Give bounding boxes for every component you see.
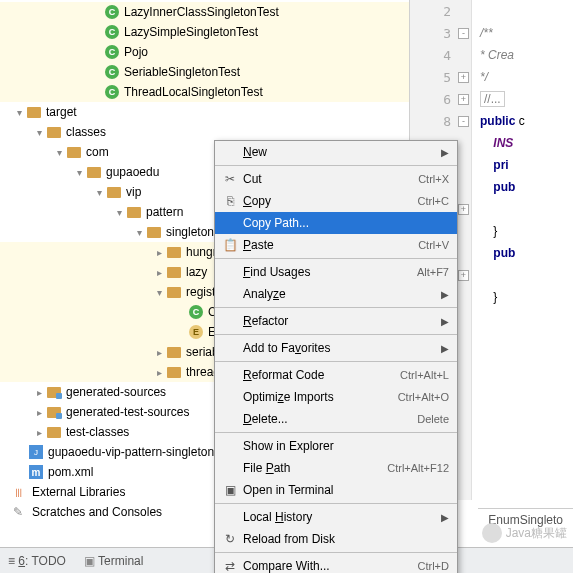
menu-item-compare-with[interactable]: ⇄Compare With...Ctrl+D [215,555,457,573]
menu-item-label: Reload from Disk [239,532,449,546]
menu-item-copy-path[interactable]: Copy Path... [215,212,457,234]
menu-item-cut[interactable]: ✂CutCtrl+X [215,168,457,190]
fold-icon[interactable]: - [458,28,469,39]
menu-item-paste[interactable]: 📋PasteCtrl+V [215,234,457,256]
tree-arrow-icon[interactable]: ▾ [154,287,164,298]
submenu-arrow-icon: ▶ [441,289,449,300]
terminal-tool-button[interactable]: ▣ Terminal [84,554,143,568]
menu-item-shortcut: Ctrl+Alt+O [398,391,449,403]
tree-item[interactable]: CThreadLocalSingletonTest [0,82,409,102]
code-line: pri [493,158,508,172]
fold-icon[interactable]: - [458,116,469,127]
tree-arrow-icon[interactable]: ▾ [94,187,104,198]
tree-arrow-icon[interactable]: ▸ [154,367,164,378]
menu-item-open-in-terminal[interactable]: ▣Open in Terminal [215,479,457,501]
tree-arrow-icon[interactable]: ▾ [134,227,144,238]
menu-item-shortcut: Delete [417,413,449,425]
tree-arrow-icon[interactable]: ▸ [154,247,164,258]
menu-item-local-history[interactable]: Local History▶ [215,506,457,528]
tree-item-label: External Libraries [32,485,125,499]
menu-item-optimize-imports[interactable]: Optimize ImportsCtrl+Alt+O [215,386,457,408]
tree-arrow-icon[interactable]: ▸ [34,387,44,398]
submenu-arrow-icon: ▶ [441,343,449,354]
menu-item-icon: 📋 [221,238,239,252]
menu-separator [215,503,457,504]
tree-item[interactable]: CPojo [0,42,409,62]
menu-item-label: Refactor [239,314,441,328]
fold-icon[interactable]: + [458,94,469,105]
gutter-line: 2 [410,0,471,22]
menu-item-copy[interactable]: ⎘CopyCtrl+C [215,190,457,212]
tree-arrow-icon[interactable]: ▸ [154,347,164,358]
todo-tool-button[interactable]: ≡ 6: TODO [8,554,66,568]
tree-item-label: generated-sources [66,385,166,399]
folder-icon [66,144,82,160]
menu-item-reload-from-disk[interactable]: ↻Reload from Disk [215,528,457,550]
tree-item-label: lazy [186,265,207,279]
menu-item-label: New [239,145,441,159]
menu-item-shortcut: Ctrl+X [418,173,449,185]
menu-item-label: Copy Path... [239,216,449,230]
tree-arrow-icon[interactable]: ▸ [34,427,44,438]
menu-item-file-path[interactable]: File PathCtrl+Alt+F12 [215,457,457,479]
tree-item[interactable]: ▾classes [0,122,409,142]
menu-item-reformat-code[interactable]: Reformat CodeCtrl+Alt+L [215,364,457,386]
menu-item-delete[interactable]: Delete...Delete [215,408,457,430]
tree-item-label: pattern [146,205,183,219]
menu-item-icon: ⇄ [221,559,239,573]
tree-arrow-icon[interactable]: ▾ [54,147,64,158]
menu-item-shortcut: Alt+F7 [417,266,449,278]
submenu-arrow-icon: ▶ [441,316,449,327]
menu-separator [215,334,457,335]
menu-separator [215,165,457,166]
tree-item[interactable]: CSeriableSingletonTest [0,62,409,82]
folder-icon [166,244,182,260]
tree-item-label: gupaoedu-vip-pattern-singleton.iml [48,445,233,459]
tree-arrow-icon[interactable]: ▾ [14,107,24,118]
code-line: public [480,114,515,128]
menu-separator [215,307,457,308]
tree-item-label: com [86,145,109,159]
folder-icon [166,364,182,380]
menu-separator [215,432,457,433]
tree-item[interactable]: CLazySimpleSingletonTest [0,22,409,42]
folder-icon [166,284,182,300]
tree-item-label: ThreadLocalSingletonTest [124,85,263,99]
gutter-line: 8- [410,110,471,132]
menu-item-label: Analyze [239,287,441,301]
tree-item[interactable]: ▾target [0,102,409,122]
folder-icon [146,224,162,240]
tree-item-label: classes [66,125,106,139]
tree-item-label: generated-test-sources [66,405,189,419]
code-area[interactable]: /** * Crea */ //... public c INS pri pub… [480,0,525,308]
menu-item-find-usages[interactable]: Find UsagesAlt+F7 [215,261,457,283]
menu-item-show-in-explorer[interactable]: Show in Explorer [215,435,457,457]
menu-item-refactor[interactable]: Refactor▶ [215,310,457,332]
menu-item-new[interactable]: New▶ [215,141,457,163]
tree-arrow-icon[interactable]: ▸ [154,267,164,278]
menu-item-icon: ↻ [221,532,239,546]
menu-item-label: Open in Terminal [239,483,449,497]
menu-item-shortcut: Ctrl+V [418,239,449,251]
tree-arrow-icon[interactable]: ▾ [34,127,44,138]
menu-item-analyze[interactable]: Analyze▶ [215,283,457,305]
menu-item-label: Add to Favorites [239,341,441,355]
tree-arrow-icon[interactable]: ▾ [74,167,84,178]
folder-icon [166,264,182,280]
fold-icon[interactable]: + [458,204,469,215]
menu-item-add-to-favorites[interactable]: Add to Favorites▶ [215,337,457,359]
fold-icon[interactable]: + [458,72,469,83]
fold-icon[interactable]: + [458,270,469,281]
class-icon: C [104,84,120,100]
code-fold[interactable]: //... [480,91,505,107]
tree-arrow-icon[interactable]: ▸ [34,407,44,418]
submenu-arrow-icon: ▶ [441,512,449,523]
tree-arrow-icon[interactable]: ▾ [114,207,124,218]
menu-item-label: Cut [239,172,418,186]
tree-item-label: LazySimpleSingletonTest [124,25,258,39]
tree-item[interactable]: CLazyInnerClassSingletonTest [0,2,409,22]
menu-item-label: Optimize Imports [239,390,398,404]
code-line: */ [480,70,488,84]
context-menu: New▶✂CutCtrl+X⎘CopyCtrl+CCopy Path...📋Pa… [214,140,458,573]
code-line: pub [493,246,515,260]
